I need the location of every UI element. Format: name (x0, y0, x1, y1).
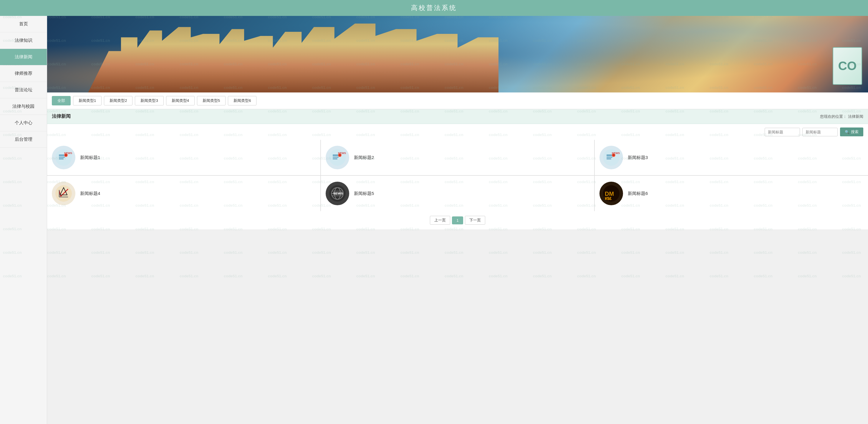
sidebar-item-admin[interactable]: 后台管理 (0, 131, 47, 148)
sidebar-item-personal[interactable]: 个人中心 (0, 115, 47, 131)
content-area: 全部新闻类型1新闻类型2新闻类型3新闻类型4新闻类型5新闻类型6 法律新闻 您现… (47, 16, 868, 424)
svg-text:¥$₤: ¥$₤ (605, 196, 612, 201)
category-btn-type5[interactable]: 新闻类型5 (197, 96, 225, 105)
svg-rect-3 (59, 158, 64, 159)
news-card-4[interactable]: 新闻标题4 (47, 176, 320, 211)
category-btn-type6[interactable]: 新闻类型6 (228, 96, 256, 105)
chart-icon (55, 185, 72, 202)
sidebar: 首页法律知识法律新闻律师推荐普法论坛法律与校园个人中心后台管理 (0, 16, 47, 424)
news-card-5[interactable]: NEWS 新闻标题5 (321, 176, 594, 211)
news-grid: NEWS 新闻标题1 NEWS 新闻标题2 (47, 140, 868, 211)
svg-rect-2 (59, 157, 65, 157)
sidebar-item-lawyer-recommend[interactable]: 律师推荐 (0, 65, 47, 82)
news-card-2[interactable]: NEWS 新闻标题2 (321, 140, 594, 175)
news-thumb-3: NEWS (599, 146, 623, 169)
hero-banner (47, 16, 868, 92)
svg-point-13 (339, 154, 341, 156)
category-btn-type4[interactable]: 新闻类型4 (166, 96, 195, 105)
co-badge: CO (833, 47, 862, 85)
page-header: 高校普法系统 (0, 0, 868, 16)
sidebar-item-legal-news[interactable]: 法律新闻 (0, 49, 47, 65)
money-icon: DM ¥$₤ (602, 185, 620, 202)
pagination: 上一页 1 下一页 (47, 211, 868, 230)
news-thumb-1: NEWS (52, 146, 75, 169)
hero-buildings (88, 24, 498, 92)
news-card-3[interactable]: NEWS 新闻标题3 (595, 140, 868, 175)
svg-point-20 (613, 154, 615, 156)
svg-rect-10 (333, 158, 337, 159)
sidebar-item-legal-knowledge[interactable]: 法律知识 (0, 32, 47, 49)
svg-point-6 (65, 154, 67, 156)
news-title-2: 新闻标题2 (354, 155, 374, 160)
prev-page-button[interactable]: 上一页 (430, 216, 450, 225)
category-btn-all[interactable]: 全部 (52, 96, 71, 105)
news-thumb-5: NEWS (326, 182, 349, 205)
sidebar-item-forum[interactable]: 普法论坛 (0, 82, 47, 98)
news-card-1[interactable]: NEWS 新闻标题1 (47, 140, 320, 175)
search-button[interactable]: 🔍 搜索 (840, 127, 863, 136)
breadcrumb-bar: 法律新闻 您现在的位置： 法律新闻 (47, 109, 868, 124)
svg-rect-9 (333, 157, 339, 157)
breadcrumb-title: 法律新闻 (52, 113, 71, 120)
news-blue-icon: NEWS (55, 149, 72, 166)
category-bar: 全部新闻类型1新闻类型2新闻类型3新闻类型4新闻类型5新闻类型6 (47, 92, 868, 109)
page-1-button[interactable]: 1 (452, 216, 463, 224)
svg-text:NEWS: NEWS (333, 192, 343, 195)
news-title-6: 新闻标题6 (628, 191, 648, 196)
globe-icon: NEWS (329, 185, 346, 202)
news-blue-icon: NEWS (329, 149, 346, 166)
svg-rect-17 (607, 158, 611, 159)
news-thumb-4 (52, 182, 75, 205)
search-bar: 🔍 搜索 (47, 124, 868, 140)
news-thumb-6: DM ¥$₤ (599, 182, 623, 205)
category-btn-type1[interactable]: 新闻类型1 (73, 96, 101, 105)
sidebar-item-law-campus[interactable]: 法律与校园 (0, 98, 47, 115)
svg-rect-16 (607, 157, 613, 157)
search-input-2[interactable] (802, 128, 838, 136)
news-blue-icon: NEWS (602, 149, 620, 166)
search-input-1[interactable] (765, 128, 800, 136)
news-title-3: 新闻标题3 (628, 155, 648, 160)
breadcrumb-path: 您现在的位置： 法律新闻 (820, 114, 863, 119)
news-title-1: 新闻标题1 (80, 155, 100, 160)
news-title-5: 新闻标题5 (354, 191, 374, 196)
news-title-4: 新闻标题4 (80, 191, 100, 196)
header-title: 高校普法系统 (411, 4, 457, 11)
search-icon: 🔍 (845, 130, 849, 134)
news-thumb-2: NEWS (326, 146, 349, 169)
news-card-6[interactable]: DM ¥$₤ 新闻标题6 (595, 176, 868, 211)
next-page-button[interactable]: 下一页 (465, 216, 485, 225)
category-btn-type3[interactable]: 新闻类型3 (135, 96, 163, 105)
category-btn-type2[interactable]: 新闻类型2 (104, 96, 132, 105)
sidebar-item-home[interactable]: 首页 (0, 16, 47, 32)
